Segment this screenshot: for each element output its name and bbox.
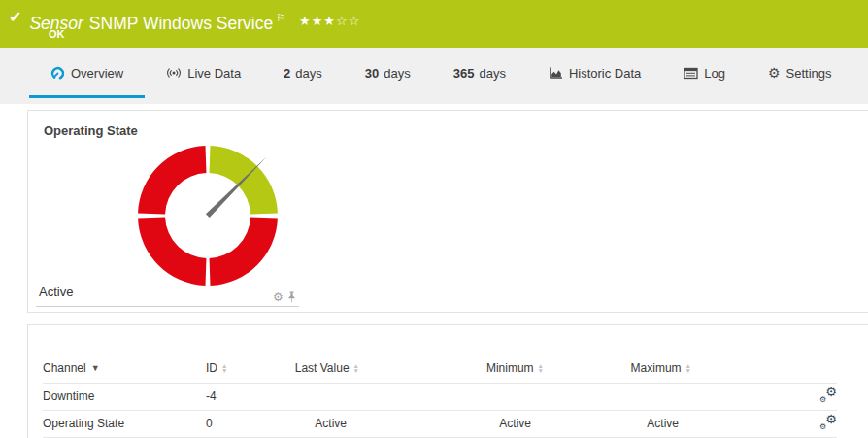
channel-settings-icon[interactable]: ⚙⚙ [819,387,837,403]
tab-log[interactable]: Log [662,48,747,98]
channels-panel: Channel▼ ID▲▼ Last Value▲▼ Minimum▲▼ Max… [27,324,868,438]
tab-label-number: 30 [365,66,379,81]
column-header-channel[interactable]: Channel▼ [43,354,206,383]
cell-id: -4 [206,383,291,410]
gauge-value-label: Active [39,285,73,299]
page-title-name: SNMP Windows Service [89,14,273,33]
tab-label: Log [704,66,725,81]
tab-2-days[interactable]: 2 days [262,48,344,98]
channel-settings-icon[interactable]: ⚙⚙ [819,415,837,430]
sort-icon: ▲▼ [538,363,544,373]
gauge-icon [50,66,65,81]
tab-30-days[interactable]: 30 days [344,48,432,98]
gauge-footer-divider [36,306,299,307]
tab-label-number: 2 [284,66,290,81]
tab-365-days[interactable]: 365 days [432,48,527,98]
tab-label-unit: days [295,66,321,81]
tab-overview[interactable]: Overview [29,48,145,98]
column-label: Last Value [295,361,350,375]
tab-label-unit: days [384,66,410,81]
gear-icon[interactable]: ⚙ [273,291,284,303]
tab-bar: Overview Live Data 2 days 30 days 365 da… [0,48,868,104]
cell-minimum: Active [359,410,544,437]
stars-filled: ★★★ [299,14,336,28]
tab-label-number: 365 [453,66,475,81]
column-label: Maximum [631,361,682,375]
cell-maximum [544,383,691,410]
cell-id: 0 [206,410,291,437]
area-chart-icon [549,66,563,80]
status-badge: OK [49,28,65,40]
channels-table: Channel▼ ID▲▼ Last Value▲▼ Minimum▲▼ Max… [43,354,837,438]
tab-label: Live Data [187,66,241,81]
tab-settings[interactable]: ⚙ Settings [747,48,853,98]
pin-icon[interactable] [286,291,297,303]
sort-desc-icon: ▼ [91,363,100,373]
column-label: ID [206,361,217,375]
column-header-maximum[interactable]: Maximum▲▼ [544,354,691,383]
column-header-minimum[interactable]: Minimum▲▼ [359,354,544,383]
tab-label: Settings [786,66,832,81]
column-label: Channel [43,361,86,375]
tab-live-data[interactable]: Live Data [145,48,262,98]
tab-label: Historic Data [569,66,641,81]
cell-minimum [359,383,544,410]
operating-state-gauge [120,128,295,303]
log-icon [684,67,698,80]
table-row-operating-state: Operating State 0 Active Active Active ⚙… [43,410,837,437]
column-header-last-value[interactable]: Last Value▲▼ [291,354,359,383]
column-header-id[interactable]: ID▲▼ [206,354,291,383]
column-label: Minimum [486,361,534,375]
table-row-downtime: Downtime -4 ⚙⚙ [43,383,837,410]
tab-label: Overview [71,66,123,81]
gear-icon: ⚙ [768,66,781,80]
status-check-icon: ✔ [9,7,21,28]
stars-empty: ☆☆ [336,14,360,28]
cell-last-value [291,383,359,410]
flag-icon[interactable]: ⚐ [276,12,285,23]
tab-label-unit: days [479,66,505,81]
sort-icon: ▲▼ [685,363,691,373]
sort-icon: ▲▼ [221,363,227,373]
column-header-settings [691,354,837,383]
broadcast-icon [166,66,182,80]
priority-stars[interactable]: ★★★☆☆ [299,14,360,28]
tab-historic-data[interactable]: Historic Data [527,48,662,98]
table-header-row: Channel▼ ID▲▼ Last Value▲▼ Minimum▲▼ Max… [43,354,837,383]
cell-channel[interactable]: Operating State [43,410,206,437]
cell-maximum: Active [544,410,691,437]
cell-last-value: Active [291,410,359,437]
operating-state-panel: Operating State Active ⚙ [27,110,868,313]
sort-icon: ▲▼ [353,363,359,373]
page-title: SensorSNMP Windows Service⚐★★★☆☆ [29,7,360,34]
cell-channel[interactable]: Downtime [43,383,206,410]
sensor-header: ✔ SensorSNMP Windows Service⚐★★★☆☆ OK [0,0,868,48]
